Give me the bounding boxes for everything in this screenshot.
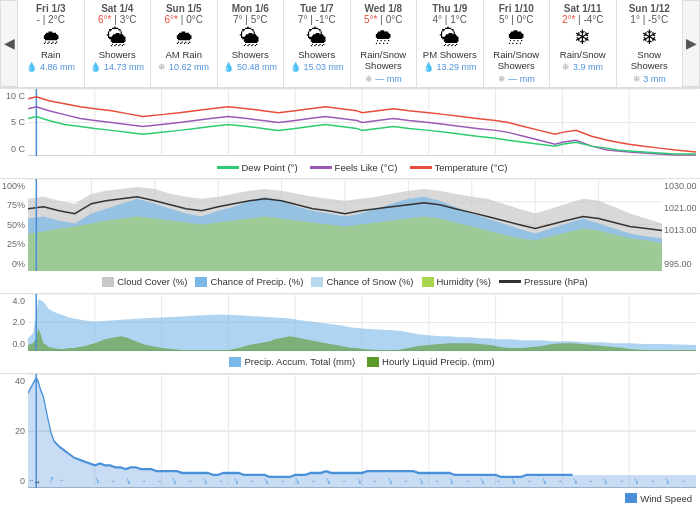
svg-text:↘: ↘ [326, 475, 331, 486]
day-precip-thu-1-9: 💧 13.29 mm [419, 62, 481, 72]
legend-pressure: Pressure (hPa) [499, 276, 588, 287]
day-precip-sun-1-5: ❄ 10.62 mm [153, 62, 215, 72]
svg-text:↘: ↘ [126, 475, 131, 486]
day-col-mon-1-6[interactable]: Mon 1/6 7° | 5°C 🌦 Showers 💧 50.48 mm [218, 0, 285, 87]
temp-svg [28, 89, 696, 156]
day-icon-mon-1-6: 🌦 [220, 27, 282, 47]
precip-amount-chart: 4.0 2.0 0.0 [0, 293, 700, 373]
day-temp-sat-1-4: 6°* | 3°C [87, 14, 149, 25]
wind-chart: 40 20 0 [0, 373, 700, 508]
day-label-sat-1-4: Showers [87, 49, 149, 60]
svg-text:→: → [187, 475, 192, 486]
day-precip-tue-1-7: 💧 15.03 mm [286, 62, 348, 72]
day-col-sun-1-12[interactable]: Sun 1/12 1° | -5°C ❄ Snow Showers ❄ 3 mm [617, 0, 683, 87]
day-col-sat-1-4[interactable]: Sat 1/4 6°* | 3°C 🌦 Showers 💧 14.73 mm [85, 0, 152, 87]
svg-text:↘: ↘ [95, 474, 100, 485]
day-temp-sat-1-11: 2°* | -4°C [552, 14, 614, 25]
legend-dew-point: Dew Point (°) [217, 162, 298, 173]
svg-text:↘: ↘ [665, 475, 670, 486]
legend-precip-accum: Precip. Accum. Total (mm) [229, 356, 355, 367]
next-nav-button[interactable]: ▶ [682, 0, 700, 87]
day-temp-fri-1-10: 5° | 0°C [486, 14, 548, 25]
legend-humidity: Humidity (%) [422, 276, 491, 287]
day-precip-sat-1-4: 💧 14.73 mm [87, 62, 149, 72]
header-row: ◀ Fri 1/3 - | 2°C 🌧 Rain 💧 4.86 mm Sat 1… [0, 0, 700, 88]
svg-text:→: → [311, 475, 316, 486]
svg-text:→: → [341, 475, 346, 486]
svg-text:↘: ↘ [419, 475, 424, 486]
svg-text:↘: ↘ [480, 475, 485, 486]
legend-cloud-cover: Cloud Cover (%) [102, 276, 187, 287]
legend-temperature: Temperature (°C) [410, 162, 508, 173]
svg-text:↘: ↘ [264, 475, 269, 486]
svg-text:→: → [434, 475, 439, 486]
svg-text:→: → [110, 475, 115, 486]
legend-chance-precip: Chance of Precip. (%) [195, 276, 303, 287]
day-name-mon-1-6: Mon 1/6 [220, 3, 282, 14]
temperature-chart: 10 C 5 C 0 C [0, 88, 700, 178]
svg-text:→: → [156, 475, 161, 486]
day-label-sun-1-12: Snow Showers [619, 49, 681, 72]
svg-text:→: → [619, 475, 624, 486]
svg-text:→: → [526, 475, 531, 486]
day-precip-sat-1-11: ❄ 3.9 mm [552, 62, 614, 72]
wind-y-20: 20 [0, 426, 28, 436]
temp-y-10: 10 C [0, 91, 28, 101]
wind-y-40: 40 [0, 376, 28, 386]
day-label-sun-1-5: AM Rain [153, 49, 215, 60]
precip-amt-svg [28, 294, 696, 351]
day-col-sun-1-5[interactable]: Sun 1/5 6°* | 0°C 🌧 AM Rain ❄ 10.62 mm [151, 0, 218, 87]
svg-text:→: → [33, 474, 40, 488]
days-container: Fri 1/3 - | 2°C 🌧 Rain 💧 4.86 mm Sat 1/4… [18, 0, 682, 87]
day-temp-tue-1-7: 7° | -1°C [286, 14, 348, 25]
svg-text:→: → [496, 475, 501, 486]
day-col-tue-1-7[interactable]: Tue 1/7 7° | -1°C 🌦 Showers 💧 15.03 mm [284, 0, 351, 87]
day-icon-sat-1-4: 🌦 [87, 27, 149, 47]
svg-text:→: → [218, 475, 223, 486]
svg-text:↘: ↘ [357, 475, 362, 486]
day-name-fri-1-10: Fri 1/10 [486, 3, 548, 14]
day-col-fri-1-3[interactable]: Fri 1/3 - | 2°C 🌧 Rain 💧 4.86 mm [18, 0, 85, 87]
day-precip-wed-1-8: ❄ — mm [353, 74, 415, 84]
day-label-thu-1-9: PM Showers [419, 49, 481, 60]
precip-percent-chart: 100% 75% 50% 25% 0% 1030.00 1021.00 1013… [0, 178, 700, 293]
svg-text:↘: ↘ [172, 475, 177, 486]
day-temp-sun-1-5: 6°* | 0°C [153, 14, 215, 25]
wind-y-0: 0 [0, 476, 28, 486]
day-col-fri-1-10[interactable]: Fri 1/10 5° | 0°C 🌨 Rain/SnowShowers ❄ —… [484, 0, 551, 87]
main-container: ◀ Fri 1/3 - | 2°C 🌧 Rain 💧 4.86 mm Sat 1… [0, 0, 700, 508]
svg-text:↘: ↘ [573, 475, 578, 486]
day-precip-fri-1-3: 💧 4.86 mm [20, 62, 82, 72]
day-label-fri-1-10: Rain/SnowShowers [486, 49, 548, 72]
pa-y-4: 4.0 [0, 296, 28, 306]
day-precip-sun-1-12: ❄ 3 mm [619, 74, 681, 84]
day-col-wed-1-8[interactable]: Wed 1/8 5°* | 0°C 🌨 Rain/SnowShowers ❄ —… [351, 0, 418, 87]
svg-text:→: → [141, 475, 146, 486]
svg-text:→: → [557, 475, 562, 486]
pp-yr-1013: 1013.00 [662, 225, 700, 235]
day-name-wed-1-8: Wed 1/8 [353, 3, 415, 14]
prev-nav-button[interactable]: ◀ [0, 0, 18, 87]
day-col-sat-1-11[interactable]: Sat 1/11 2°* | -4°C ❄ Rain/Snow ❄ 3.9 mm [550, 0, 617, 87]
svg-text:→: → [280, 475, 285, 486]
svg-text:↘: ↘ [203, 475, 208, 486]
day-label-sat-1-11: Rain/Snow [552, 49, 614, 60]
day-col-thu-1-9[interactable]: Thu 1/9 4° | 1°C 🌦 PM Showers 💧 13.29 mm [417, 0, 484, 87]
day-temp-sun-1-12: 1° | -5°C [619, 14, 681, 25]
pp-y-25: 25% [0, 239, 28, 249]
day-icon-fri-1-10: 🌨 [486, 27, 548, 47]
day-temp-mon-1-6: 7° | 5°C [220, 14, 282, 25]
svg-text:↘: ↘ [234, 475, 239, 486]
svg-text:→: → [249, 475, 254, 486]
pp-yr-995: 995.00 [662, 259, 700, 269]
day-icon-sun-1-12: ❄ [619, 27, 681, 47]
day-name-thu-1-9: Thu 1/9 [419, 3, 481, 14]
charts-wrapper: 10 C 5 C 0 C [0, 88, 700, 508]
wind-svg: → ↗ → ↘ → ↘ → → ↘ → ↘ → ↘ → ↘ → ↘ [28, 374, 696, 488]
pp-y-0: 0% [0, 259, 28, 269]
day-icon-thu-1-9: 🌦 [419, 27, 481, 47]
legend-hourly-liquid: Hourly Liquid Precip. (mm) [367, 356, 494, 367]
svg-text:→: → [403, 475, 408, 486]
precip-pct-svg [28, 179, 662, 271]
day-temp-fri-1-3: - | 2°C [20, 14, 82, 25]
